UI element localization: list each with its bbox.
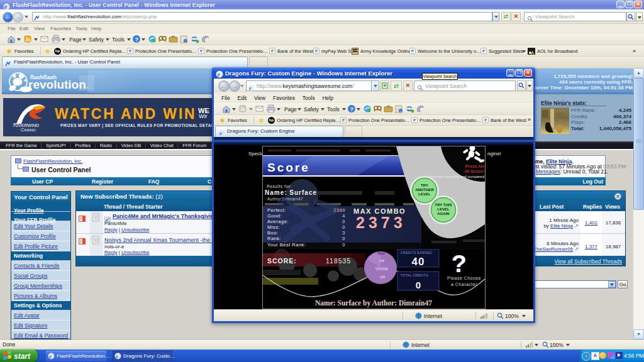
svg-text:118535: 118535 [326,257,351,265]
svg-text:e: e [218,71,221,78]
svg-text:TOTAL CREDITS: TOTAL CREDITS [401,273,428,277]
svg-text:0: 0 [416,280,421,290]
svg-text:Tools: Tools [327,106,340,112]
svg-text:Good:: Good: [267,213,282,219]
svg-text:Perfect:: Perfect: [267,207,286,213]
svg-text:Please Choose: Please Choose [447,276,481,280]
svg-text:LEVEL: LEVEL [437,207,450,211]
svg-text:Your Best Rank:: Your Best Rank: [267,242,306,248]
svg-text:Miss:: Miss: [267,224,280,230]
svg-text:e: e [249,85,252,91]
svg-text:0: 0 [342,236,345,241]
svg-text:Off: Off [380,275,385,279]
svg-text:↓: ↓ [185,39,187,43]
svg-text:start: start [14,352,31,361]
svg-text:Name: Surface: Name: Surface [265,189,317,196]
svg-text:e: e [49,353,52,359]
svg-text:Safety: Safety [89,36,104,43]
svg-text:Boo:: Boo: [267,230,278,236]
svg-text:SCORE:: SCORE: [267,257,297,265]
svg-text:Max: Max [377,251,385,255]
svg-text:3: 3 [342,230,345,236]
svg-text:Safety: Safety [304,106,319,112]
svg-text:ANOTHER: ANOTHER [415,188,434,192]
svg-text:Hi-Score!: Hi-Score! [465,169,484,173]
svg-text:Average:: Average: [267,219,289,224]
svg-text:TRY THIS: TRY THIS [435,203,452,207]
svg-text:CREDITS EARNED:: CREDITS EARNED: [401,251,433,255]
svg-text:0: 0 [342,242,345,248]
svg-text:0: 0 [342,224,345,230]
svg-text:Name: Surface by Author: Dimra: Name: Surface by Author: Dimrain47 [315,299,432,307]
svg-text:4: 4 [342,213,345,219]
svg-text:2373: 2373 [356,214,406,231]
svg-text:a Character: a Character [451,282,477,287]
svg-text:?: ? [135,36,139,43]
svg-text:Scores are recorded and compar: Scores are recorded and compared [425,175,484,178]
svg-text:AGAIN: AGAIN [437,212,449,216]
svg-text:40: 40 [412,256,425,268]
svg-text:Rank:: Rank: [267,236,281,241]
svg-text:LEVEL: LEVEL [418,192,431,196]
svg-text:Results for:: Results for: [267,184,292,189]
svg-text:Tools: Tools [112,36,125,43]
svg-text:Page: Page [284,106,297,112]
svg-text:2369: 2369 [333,207,345,213]
svg-text:Visible: Visible [375,266,389,271]
svg-text:Page: Page [69,36,82,43]
svg-text:?: ? [350,106,354,112]
svg-text:Score: Score [267,161,310,174]
svg-text:e: e [116,353,118,359]
svg-text:Press for: Press for [465,164,485,168]
svg-text:Off: Off [379,259,384,263]
svg-text:TRY: TRY [421,184,428,187]
svg-text:e: e [219,130,222,136]
svg-text:0: 0 [342,219,345,224]
svg-text:↓: ↓ [400,109,402,112]
